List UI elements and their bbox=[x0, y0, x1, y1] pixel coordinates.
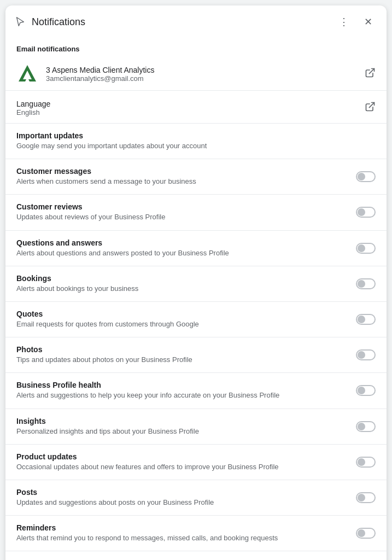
more-options-button[interactable]: ⋮ bbox=[334, 12, 354, 32]
notification-desc: Google may send you important updates ab… bbox=[16, 141, 358, 151]
header: Notifications ⋮ ✕ bbox=[5, 5, 387, 38]
notification-item: FeedbackOccasional opportunities to send… bbox=[5, 551, 387, 560]
notification-desc: Email requests for quotes from customers… bbox=[16, 319, 347, 329]
notification-desc: Alerts when customers send a message to … bbox=[16, 177, 347, 186]
notification-text: QuotesEmail requests for quotes from cus… bbox=[16, 310, 347, 329]
notification-desc: Alerts about bookings to your business bbox=[16, 284, 347, 294]
account-row: 3 Aspens Media Client Analytics 3amclien… bbox=[5, 57, 387, 91]
notification-toggle[interactable] bbox=[356, 207, 376, 218]
notification-label: Insights bbox=[16, 417, 347, 425]
notification-label: Bookings bbox=[16, 274, 347, 283]
notification-label: Quotes bbox=[16, 310, 347, 318]
notification-label: Reminders bbox=[16, 523, 347, 532]
close-button[interactable]: ✕ bbox=[358, 12, 378, 32]
notification-toggle[interactable] bbox=[356, 528, 376, 539]
email-section-title: Email notifications bbox=[5, 38, 387, 57]
notification-label: Photos bbox=[16, 345, 347, 354]
notification-text: Questions and answersAlerts about questi… bbox=[16, 238, 347, 258]
notification-text: RemindersAlerts that remind you to respo… bbox=[16, 523, 347, 543]
notification-text: InsightsPersonalized insights and tips a… bbox=[16, 417, 347, 436]
language-info: Language English bbox=[16, 100, 365, 116]
header-actions: ⋮ ✕ bbox=[334, 12, 378, 32]
notification-toggle[interactable] bbox=[356, 349, 376, 360]
notification-item: Customer messagesAlerts when customers s… bbox=[5, 159, 387, 195]
language-label: Language bbox=[16, 100, 365, 108]
notification-toggle[interactable] bbox=[356, 457, 376, 468]
notifications-list: Important updatesGoogle may send you imp… bbox=[5, 124, 387, 560]
notification-item: InsightsPersonalized insights and tips a… bbox=[5, 409, 387, 445]
notification-label: Customer messages bbox=[16, 167, 347, 176]
language-row: Language English bbox=[5, 93, 387, 124]
language-value: English bbox=[16, 108, 365, 116]
notification-text: BookingsAlerts about bookings to your bu… bbox=[16, 274, 347, 294]
notification-item: QuotesEmail requests for quotes from cus… bbox=[5, 302, 387, 337]
notification-text: PostsUpdates and suggestions about posts… bbox=[16, 488, 347, 508]
notification-toggle[interactable] bbox=[356, 171, 376, 182]
notification-item: Questions and answersAlerts about questi… bbox=[5, 231, 387, 266]
notification-item: BookingsAlerts about bookings to your bu… bbox=[5, 266, 387, 302]
notification-item: Customer reviewsUpdates about reviews of… bbox=[5, 195, 387, 230]
notification-toggle[interactable] bbox=[356, 243, 376, 254]
language-external-link-icon[interactable] bbox=[365, 101, 376, 115]
notification-label: Product updates bbox=[16, 452, 347, 461]
notification-desc: Updates and suggestions about posts on y… bbox=[16, 498, 347, 508]
notification-text: Business Profile healthAlerts and sugges… bbox=[16, 381, 347, 400]
notification-desc: Alerts about questions and answers poste… bbox=[16, 248, 347, 258]
notification-text: Customer messagesAlerts when customers s… bbox=[16, 167, 347, 186]
notification-desc: Alerts that remind you to respond to mes… bbox=[16, 533, 347, 543]
account-logo bbox=[16, 63, 38, 85]
notification-text: PhotosTips and updates about photos on y… bbox=[16, 345, 347, 365]
page-title: Notifications bbox=[32, 16, 334, 28]
notification-item: PostsUpdates and suggestions about posts… bbox=[5, 480, 387, 516]
notification-item: Important updatesGoogle may send you imp… bbox=[5, 124, 387, 159]
notification-toggle[interactable] bbox=[356, 385, 376, 396]
notification-text: Important updatesGoogle may send you imp… bbox=[16, 131, 358, 151]
notification-desc: Occasional updates about new features an… bbox=[16, 462, 347, 472]
notification-label: Customer reviews bbox=[16, 202, 347, 211]
more-icon: ⋮ bbox=[339, 16, 349, 28]
notification-label: Business Profile health bbox=[16, 381, 347, 389]
notification-item: RemindersAlerts that remind you to respo… bbox=[5, 516, 387, 551]
notification-label: Important updates bbox=[16, 131, 358, 140]
notification-toggle[interactable] bbox=[356, 492, 376, 503]
notification-text: Product updatesOccasional updates about … bbox=[16, 452, 347, 472]
notifications-panel: Notifications ⋮ ✕ Email notifications 3 … bbox=[5, 5, 387, 560]
close-icon: ✕ bbox=[364, 16, 372, 28]
notification-desc: Alerts and suggestions to help you keep … bbox=[16, 390, 347, 400]
brand-logo-icon bbox=[16, 63, 38, 85]
notification-desc: Tips and updates about photos on your Bu… bbox=[16, 355, 347, 365]
cursor-icon bbox=[14, 16, 26, 28]
notification-toggle[interactable] bbox=[356, 278, 376, 289]
notification-desc: Personalized insights and tips about you… bbox=[16, 427, 347, 436]
account-external-link-icon[interactable] bbox=[365, 67, 376, 81]
notification-label: Posts bbox=[16, 488, 347, 497]
notification-label: Questions and answers bbox=[16, 238, 347, 247]
notification-desc: Updates about reviews of your Business P… bbox=[16, 212, 347, 222]
account-email: 3amclientanalytics@gmail.com bbox=[46, 74, 365, 83]
notification-item: Business Profile healthAlerts and sugges… bbox=[5, 373, 387, 409]
account-info: 3 Aspens Media Client Analytics 3amclien… bbox=[46, 66, 365, 83]
notification-toggle[interactable] bbox=[356, 314, 376, 325]
notification-item: Product updatesOccasional updates about … bbox=[5, 445, 387, 480]
account-name: 3 Aspens Media Client Analytics bbox=[46, 66, 365, 74]
notification-toggle[interactable] bbox=[356, 421, 376, 432]
notification-item: PhotosTips and updates about photos on y… bbox=[5, 337, 387, 373]
notification-text: Customer reviewsUpdates about reviews of… bbox=[16, 202, 347, 222]
